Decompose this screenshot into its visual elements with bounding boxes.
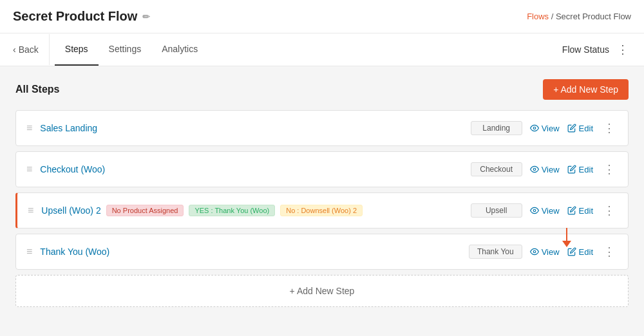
svg-point-2 <box>533 209 536 212</box>
view-button[interactable]: View <box>530 124 560 133</box>
step-type-badge: Landing <box>471 121 522 135</box>
pencil-icon <box>567 165 576 174</box>
breadcrumb: Flows / Secret Product Flow <box>527 12 631 21</box>
step-actions: View Edit ⋮ <box>530 202 618 219</box>
view-button[interactable]: View <box>530 247 560 257</box>
tab-analytics-label: Analytics <box>162 44 198 54</box>
page-title: Secret Product Flow <box>13 9 137 24</box>
edit-button[interactable]: Edit <box>567 124 593 133</box>
eye-icon <box>530 206 539 215</box>
step-actions: View Edit ⋮ <box>530 243 618 260</box>
pencil-icon <box>567 247 576 256</box>
step-type-badge: Upsell <box>471 203 522 218</box>
pencil-icon <box>567 206 576 215</box>
drag-handle-icon[interactable]: ≡ <box>26 163 32 175</box>
tab-settings[interactable]: Settings <box>99 33 152 66</box>
section-header: All Steps + Add New Step <box>15 79 629 100</box>
arrow-head <box>562 241 571 247</box>
tab-steps-label: Steps <box>65 44 88 54</box>
arrow-indicator <box>562 228 571 247</box>
back-chevron-icon: ‹ <box>13 44 16 55</box>
eye-icon <box>530 247 539 256</box>
svg-point-1 <box>533 168 536 171</box>
step-type-badge: Thank You <box>469 245 522 259</box>
nav-tabs: ‹ Back Steps Settings Analytics <box>13 33 208 66</box>
svg-point-3 <box>533 250 536 253</box>
step-row: ≡ Sales Landing Landing View Edit ⋮ <box>15 110 629 146</box>
eye-icon <box>530 124 539 133</box>
pencil-icon <box>567 124 576 133</box>
row-more-icon[interactable]: ⋮ <box>601 243 618 260</box>
tab-settings-label: Settings <box>109 44 142 54</box>
arrow-line <box>566 228 567 241</box>
step-row-upsell: ≡ Upsell (Woo) 2 No Product Assigned YES… <box>15 192 629 229</box>
edit-button[interactable]: Edit <box>567 206 593 216</box>
top-header: Secret Product Flow ✏ Flows / Secret Pro… <box>0 0 644 33</box>
step-name: Thank You (Woo) <box>40 247 461 257</box>
row-more-icon[interactable]: ⋮ <box>601 161 618 178</box>
main-content: All Steps + Add New Step ≡ Sales Landing… <box>0 66 644 320</box>
edit-title-icon[interactable]: ✏ <box>142 12 150 22</box>
drag-handle-icon[interactable]: ≡ <box>26 122 32 134</box>
back-button[interactable]: ‹ Back <box>13 34 50 65</box>
step-type-badge: Checkout <box>471 162 522 176</box>
edit-button[interactable]: Edit <box>567 165 593 174</box>
badge-no-product: No Product Assigned <box>106 205 184 216</box>
flow-title-container: Secret Product Flow ✏ <box>13 9 150 24</box>
add-new-step-bottom-button[interactable]: + Add New Step <box>15 275 629 307</box>
edit-button[interactable]: Edit <box>567 247 593 257</box>
view-button[interactable]: View <box>530 206 560 216</box>
step-name: Checkout (Woo) <box>40 164 462 174</box>
step-actions: View Edit ⋮ <box>530 161 618 178</box>
tab-analytics[interactable]: Analytics <box>151 33 208 66</box>
flow-status-label: Flow Status <box>562 44 609 55</box>
section-title: All Steps <box>15 84 59 95</box>
step-name: Upsell (Woo) 2 No Product Assigned YES :… <box>41 205 462 216</box>
breadcrumb-current: Secret Product Flow <box>556 12 631 21</box>
tab-steps[interactable]: Steps <box>55 33 99 66</box>
breadcrumb-flows-link[interactable]: Flows <box>527 12 549 21</box>
step-row: ≡ Checkout (Woo) Checkout View Edit ⋮ <box>15 151 629 187</box>
svg-point-0 <box>533 127 536 129</box>
step-name: Sales Landing <box>40 123 462 133</box>
drag-handle-icon[interactable]: ≡ <box>28 205 33 216</box>
badge-no-downsell: No : Downsell (Woo) 2 <box>280 205 363 216</box>
row-more-icon[interactable]: ⋮ <box>601 202 618 219</box>
nav-bar: ‹ Back Steps Settings Analytics Flow Sta… <box>0 33 644 66</box>
step-actions: View Edit ⋮ <box>530 120 618 136</box>
step-row: ≡ Thank You (Woo) Thank You View Edit ⋮ <box>15 234 629 270</box>
nav-right: Flow Status ⋮ <box>562 40 631 59</box>
view-button[interactable]: View <box>530 165 560 174</box>
back-label: Back <box>19 44 39 55</box>
nav-more-icon[interactable]: ⋮ <box>614 40 631 59</box>
badge-yes-thankyou: YES : Thank You (Woo) <box>189 205 275 216</box>
drag-handle-icon[interactable]: ≡ <box>26 246 32 257</box>
eye-icon <box>530 165 539 174</box>
add-new-step-button[interactable]: + Add New Step <box>543 79 629 100</box>
row-more-icon[interactable]: ⋮ <box>601 120 618 136</box>
breadcrumb-separator: / <box>551 12 556 21</box>
